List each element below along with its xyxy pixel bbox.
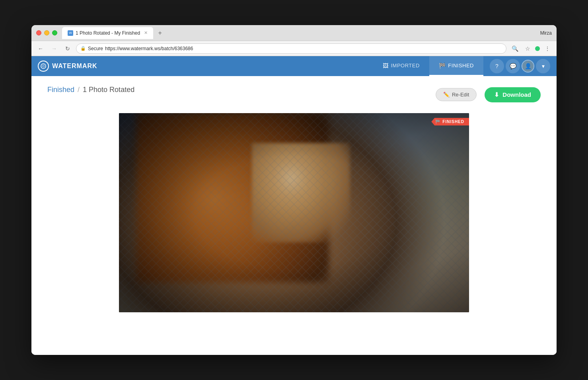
extension-dot <box>535 46 540 51</box>
app-logo: WATERMARK <box>38 61 97 72</box>
browser-window: W 1 Photo Rotated - My Finished ✕ + Mirz… <box>31 25 557 355</box>
minimize-window-button[interactable] <box>44 30 49 35</box>
finished-badge-text: FINISHED <box>442 119 464 124</box>
chat-button[interactable]: 💬 <box>506 59 520 73</box>
tab-imported[interactable]: 🖼 IMPORTED <box>373 56 429 76</box>
help-icon: ? <box>495 63 498 69</box>
nav-actions: ? 💬 👤 ▾ <box>490 59 550 73</box>
menu-button[interactable]: ⋮ <box>542 43 553 54</box>
download-button[interactable]: ⬇ Download <box>485 87 541 102</box>
user-avatar-button[interactable]: 👤 <box>522 60 534 72</box>
url-secure-label: Secure <box>88 46 103 51</box>
app-content: WATERMARK 🖼 IMPORTED 🏁 FINISHED ? 💬 <box>31 56 557 355</box>
header-row: Finished / 1 Photo Rotated ✏️ Re-Edit ⬇ … <box>47 86 541 104</box>
tab-favicon: W <box>68 30 73 36</box>
tab-finished[interactable]: 🏁 FINISHED <box>429 56 483 76</box>
breadcrumb-link[interactable]: Finished <box>47 86 74 94</box>
tab-finished-label: FINISHED <box>448 63 474 69</box>
finished-badge: 🏁 FINISHED <box>431 118 469 125</box>
tab-imported-label: IMPORTED <box>391 63 419 69</box>
color-grade-overlay <box>119 113 469 312</box>
browser-tab[interactable]: W 1 Photo Rotated - My Finished ✕ <box>62 27 153 39</box>
download-icon: ⬇ <box>494 91 499 98</box>
maximize-window-button[interactable] <box>52 30 57 35</box>
re-edit-label: Re-Edit <box>452 92 469 98</box>
address-bar: ← → ↻ 🔒 Secure https://www.watermark.ws/… <box>31 41 557 56</box>
bookmark-button[interactable]: ☆ <box>522 43 533 54</box>
breadcrumb-current: 1 Photo Rotated <box>83 86 134 94</box>
back-button[interactable]: ← <box>35 43 46 54</box>
title-bar: W 1 Photo Rotated - My Finished ✕ + Mirz… <box>31 25 557 41</box>
avatar-dropdown-button[interactable]: ▾ <box>536 59 550 73</box>
photo-display: 🏁 FINISHED <box>119 113 469 312</box>
tab-close-button[interactable]: ✕ <box>144 30 148 35</box>
close-window-button[interactable] <box>36 30 41 35</box>
search-icon-button[interactable]: 🔍 <box>510 43 520 54</box>
svg-point-0 <box>41 64 46 69</box>
url-text: https://www.watermark.ws/batch/6363686 <box>105 46 193 51</box>
badge-flag-icon: 🏁 <box>435 119 440 124</box>
photo-inner <box>119 113 469 312</box>
tab-title: 1 Photo Rotated - My Finished <box>76 30 140 36</box>
tab-bar: W 1 Photo Rotated - My Finished ✕ + <box>62 27 540 39</box>
chat-icon: 💬 <box>510 63 516 69</box>
help-button[interactable]: ? <box>490 59 504 73</box>
imported-icon: 🖼 <box>383 63 389 69</box>
secure-icon: 🔒 <box>80 46 86 51</box>
traffic-lights <box>36 30 57 35</box>
breadcrumb-separator: / <box>78 86 80 94</box>
re-edit-button[interactable]: ✏️ Re-Edit <box>436 88 477 101</box>
reload-button[interactable]: ↻ <box>62 43 73 54</box>
forward-button[interactable]: → <box>49 43 59 54</box>
url-bar[interactable]: 🔒 Secure https://www.watermark.ws/batch/… <box>76 43 506 54</box>
nav-tabs: 🖼 IMPORTED 🏁 FINISHED <box>373 56 483 76</box>
image-container: 🏁 FINISHED <box>119 113 469 312</box>
avatar-placeholder: 👤 <box>522 61 533 72</box>
logo-text: WATERMARK <box>52 63 97 70</box>
new-tab-button[interactable]: + <box>155 28 165 38</box>
app-navbar: WATERMARK 🖼 IMPORTED 🏁 FINISHED ? 💬 <box>31 56 557 76</box>
user-name: Mirza <box>540 30 552 36</box>
download-label: Download <box>502 91 531 98</box>
pencil-icon: ✏️ <box>443 92 450 98</box>
page-body: Finished / 1 Photo Rotated ✏️ Re-Edit ⬇ … <box>31 76 557 355</box>
finished-tab-icon: 🏁 <box>439 63 446 69</box>
address-actions: 🔍 ☆ ⋮ <box>510 43 553 54</box>
breadcrumb: Finished / 1 Photo Rotated <box>47 86 134 94</box>
logo-icon <box>38 61 49 72</box>
